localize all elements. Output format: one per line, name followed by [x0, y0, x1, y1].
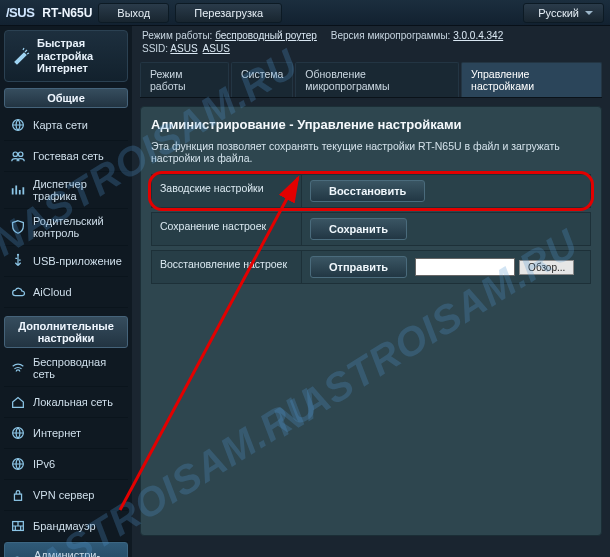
upload-settings-button[interactable]: Отправить: [310, 256, 407, 278]
sidebar-item-label: Диспетчер трафика: [33, 178, 123, 202]
file-path-input[interactable]: [415, 258, 515, 276]
mode-link[interactable]: беспроводный роутер: [215, 30, 317, 41]
sidebar-item-label: Интернет: [33, 427, 81, 439]
browse-button[interactable]: Обзор...: [519, 260, 574, 275]
row-factory-defaults: Заводские настройки Восстановить: [151, 174, 591, 208]
tab-1[interactable]: Система: [231, 62, 293, 97]
wand-icon: [11, 46, 31, 66]
operation-mode-line: Режим работы: беспроводный роутер Версия…: [140, 26, 602, 43]
tab-0[interactable]: Режим работы: [140, 62, 229, 97]
sidebar-item-локальная-сеть[interactable]: Локальная сеть: [4, 387, 128, 418]
ssid-line: SSID: ASUS ASUS: [140, 43, 602, 56]
ssid-2[interactable]: ASUS: [203, 43, 230, 54]
svg-point-2: [18, 152, 22, 156]
globe-icon: [9, 116, 27, 134]
wifi-icon: [9, 359, 27, 377]
sidebar-item-гостевая-сеть[interactable]: Гостевая сеть: [4, 141, 128, 172]
ssid-1[interactable]: ASUS: [170, 43, 197, 54]
sidebar-item-usb-приложение[interactable]: USB-приложение: [4, 246, 128, 277]
save-label: Сохранение настроек: [152, 213, 302, 245]
svg-point-1: [13, 152, 17, 156]
sidebar-item-интернет[interactable]: Интернет: [4, 418, 128, 449]
sidebar-item-label: Локальная сеть: [33, 396, 113, 408]
sidebar-item-диспетчер-трафика[interactable]: Диспетчер трафика: [4, 172, 128, 209]
chevron-down-icon: [585, 11, 593, 15]
sidebar-item-vpn-сервер[interactable]: VPN сервер: [4, 480, 128, 511]
sidebar-item-label: IPv6: [33, 458, 55, 470]
admin-panel: Администрирование - Управление настройка…: [140, 106, 602, 536]
sidebar-item-label: VPN сервер: [33, 489, 94, 501]
factory-label: Заводские настройки: [152, 175, 302, 207]
sidebar-item-родительский-контроль[interactable]: Родительский контроль: [4, 209, 128, 246]
sidebar-item-label: Беспроводная сеть: [33, 356, 123, 380]
section-general: Общие: [4, 88, 128, 108]
sidebar-item-label: AiCloud: [33, 286, 72, 298]
quick-setup-label: Быстрая настройка Интернет: [37, 37, 121, 75]
globe-icon: [9, 424, 27, 442]
row-restore-settings: Восстановление настроек Отправить Обзор.…: [151, 250, 591, 284]
chart-icon: [9, 181, 27, 199]
cloud-icon: [9, 283, 27, 301]
row-save-settings: Сохранение настроек Сохранить: [151, 212, 591, 246]
sidebar-item-label: Карта сети: [33, 119, 88, 131]
language-select[interactable]: Русский: [523, 3, 604, 23]
wall-icon: [9, 517, 27, 535]
users-icon: [9, 147, 27, 165]
user-gear-icon: [10, 553, 28, 557]
restore-label: Восстановление настроек: [152, 251, 302, 283]
svg-rect-6: [14, 495, 21, 501]
sidebar-item-label: Родительский контроль: [33, 215, 123, 239]
sidebar-item-администри-рование[interactable]: Администри- рование: [4, 542, 128, 557]
quick-internet-setup[interactable]: Быстрая настройка Интернет: [4, 30, 128, 82]
shield-icon: [9, 218, 27, 236]
tab-2[interactable]: Обновление микропрограммы: [295, 62, 459, 97]
save-settings-button[interactable]: Сохранить: [310, 218, 407, 240]
language-label: Русский: [538, 7, 579, 19]
sidebar-item-label: Брандмауэр: [33, 520, 96, 532]
restore-defaults-button[interactable]: Восстановить: [310, 180, 425, 202]
brand-logo: /SUS: [6, 5, 34, 20]
sidebar-item-карта-сети[interactable]: Карта сети: [4, 110, 128, 141]
usb-icon: [9, 252, 27, 270]
model-name: RT-N65U: [42, 6, 92, 20]
reboot-button[interactable]: Перезагрузка: [175, 3, 282, 23]
sidebar-item-label: Гостевая сеть: [33, 150, 104, 162]
sidebar-item-ipv6[interactable]: IPv6: [4, 449, 128, 480]
section-advanced: Дополнительные настройки: [4, 316, 128, 348]
sidebar-item-label: Администри- рование: [34, 549, 100, 557]
firmware-link[interactable]: 3.0.0.4.342: [453, 30, 503, 41]
tab-3[interactable]: Управление настройками: [461, 62, 602, 97]
sidebar-item-беспроводная-сеть[interactable]: Беспроводная сеть: [4, 350, 128, 387]
sidebar-item-aicloud[interactable]: AiCloud: [4, 277, 128, 308]
logout-button[interactable]: Выход: [98, 3, 169, 23]
panel-title: Администрирование - Управление настройка…: [151, 117, 591, 132]
globe-icon: [9, 455, 27, 473]
home-icon: [9, 393, 27, 411]
svg-point-3: [17, 254, 19, 256]
panel-description: Эта функция позволяет сохранять текущие …: [151, 140, 591, 164]
sidebar-item-брандмауэр[interactable]: Брандмауэр: [4, 511, 128, 542]
lock-icon: [9, 486, 27, 504]
sidebar-item-label: USB-приложение: [33, 255, 122, 267]
